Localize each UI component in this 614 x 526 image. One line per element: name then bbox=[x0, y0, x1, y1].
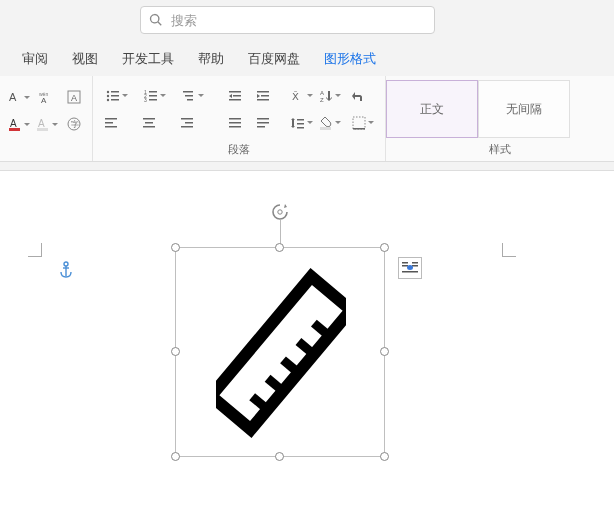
svg-text:A: A bbox=[9, 91, 17, 103]
line-spacing-button[interactable] bbox=[289, 111, 313, 135]
resize-handle-tl[interactable] bbox=[171, 243, 180, 252]
svg-rect-70 bbox=[402, 271, 418, 273]
svg-text:A: A bbox=[320, 90, 324, 96]
search-icon bbox=[149, 13, 163, 27]
tab-baidu[interactable]: 百度网盘 bbox=[236, 46, 312, 76]
svg-rect-27 bbox=[145, 122, 153, 124]
svg-rect-33 bbox=[185, 122, 193, 124]
svg-line-61 bbox=[252, 397, 267, 410]
svg-line-62 bbox=[268, 378, 283, 391]
svg-line-63 bbox=[283, 360, 298, 373]
svg-rect-49 bbox=[297, 123, 304, 125]
svg-rect-26 bbox=[143, 118, 155, 120]
font-color-button[interactable]: A bbox=[6, 112, 30, 136]
document-canvas[interactable] bbox=[0, 170, 614, 526]
sort-button[interactable]: AZ bbox=[317, 84, 341, 108]
svg-rect-53 bbox=[320, 127, 331, 130]
svg-rect-30 bbox=[185, 95, 193, 97]
numbering-button[interactable]: 123 bbox=[137, 84, 171, 108]
style-normal[interactable]: 正文 bbox=[386, 80, 478, 138]
show-marks-button[interactable] bbox=[345, 84, 369, 108]
rotation-handle[interactable] bbox=[270, 202, 290, 222]
svg-rect-29 bbox=[183, 91, 193, 93]
tab-review[interactable]: 审阅 bbox=[10, 46, 60, 76]
phonetic-guide-button[interactable]: wénA bbox=[34, 85, 58, 109]
svg-rect-42 bbox=[261, 95, 269, 97]
svg-rect-35 bbox=[229, 91, 241, 93]
enclosed-char-button[interactable]: 字 bbox=[62, 112, 86, 136]
highlight-button[interactable]: A bbox=[34, 112, 58, 136]
svg-rect-32 bbox=[181, 118, 193, 120]
distribute-button[interactable] bbox=[251, 111, 275, 135]
tab-developer[interactable]: 开发工具 bbox=[110, 46, 186, 76]
shading-button[interactable] bbox=[317, 111, 341, 135]
svg-line-64 bbox=[298, 342, 313, 355]
svg-rect-21 bbox=[149, 91, 157, 93]
char-border-button[interactable]: A bbox=[62, 85, 86, 109]
svg-rect-45 bbox=[257, 122, 269, 124]
svg-text:A: A bbox=[38, 118, 45, 129]
tab-bar: 审阅 视图 开发工具 帮助 百度网盘 图形格式 bbox=[0, 40, 614, 76]
resize-handle-tm[interactable] bbox=[275, 243, 284, 252]
search-bar bbox=[0, 0, 614, 40]
align-justify-button[interactable] bbox=[223, 111, 247, 135]
svg-rect-43 bbox=[257, 99, 269, 101]
ruler-shape[interactable] bbox=[216, 268, 346, 438]
decrease-indent-button[interactable] bbox=[223, 84, 247, 108]
svg-rect-55 bbox=[353, 128, 365, 130]
svg-rect-68 bbox=[412, 262, 418, 264]
svg-text:字: 字 bbox=[71, 120, 79, 129]
resize-handle-mr[interactable] bbox=[380, 347, 389, 356]
svg-rect-28 bbox=[143, 126, 155, 128]
bullets-button[interactable] bbox=[99, 84, 133, 108]
shape-selection-box[interactable] bbox=[175, 247, 385, 457]
align-left-button[interactable] bbox=[99, 111, 123, 135]
svg-text:3: 3 bbox=[144, 97, 147, 103]
svg-rect-18 bbox=[105, 122, 113, 124]
svg-point-59 bbox=[278, 210, 282, 214]
tab-help[interactable]: 帮助 bbox=[186, 46, 236, 76]
search-box[interactable] bbox=[140, 6, 435, 34]
svg-rect-25 bbox=[149, 99, 157, 101]
svg-rect-37 bbox=[229, 99, 241, 101]
paragraph-group: 123 X̂ bbox=[93, 76, 386, 161]
resize-handle-tr[interactable] bbox=[380, 243, 389, 252]
svg-point-13 bbox=[106, 94, 108, 96]
svg-rect-23 bbox=[149, 95, 157, 97]
svg-rect-36 bbox=[233, 95, 241, 97]
layout-options-button[interactable] bbox=[398, 257, 422, 279]
svg-rect-38 bbox=[229, 118, 241, 120]
resize-handle-br[interactable] bbox=[380, 452, 389, 461]
svg-rect-12 bbox=[111, 91, 119, 93]
asian-layout-button[interactable]: X̂ bbox=[289, 84, 313, 108]
borders-button[interactable] bbox=[345, 111, 379, 135]
resize-handle-ml[interactable] bbox=[171, 347, 180, 356]
svg-line-65 bbox=[314, 323, 329, 336]
increase-indent-button[interactable] bbox=[251, 84, 275, 108]
ribbon: A A wénA A A 字 123 bbox=[0, 76, 614, 162]
align-center-button[interactable] bbox=[137, 111, 161, 135]
resize-handle-bl[interactable] bbox=[171, 452, 180, 461]
multilevel-list-button[interactable] bbox=[175, 84, 209, 108]
resize-handle-bm[interactable] bbox=[275, 452, 284, 461]
svg-text:A: A bbox=[41, 96, 47, 105]
rotation-line bbox=[280, 220, 281, 244]
svg-rect-17 bbox=[105, 118, 117, 120]
font-size-button[interactable]: A bbox=[6, 85, 30, 109]
tab-view[interactable]: 视图 bbox=[60, 46, 110, 76]
tab-shape-format[interactable]: 图形格式 bbox=[312, 46, 388, 76]
paragraph-group-label: 段落 bbox=[99, 138, 379, 159]
svg-rect-54 bbox=[353, 117, 365, 129]
svg-rect-60 bbox=[216, 277, 346, 430]
anchor-icon bbox=[58, 261, 74, 279]
search-input[interactable] bbox=[171, 13, 426, 28]
svg-rect-31 bbox=[187, 99, 193, 101]
svg-rect-14 bbox=[111, 95, 119, 97]
style-nospace[interactable]: 无间隔 bbox=[478, 80, 570, 138]
svg-text:Z: Z bbox=[320, 97, 324, 103]
align-right-button[interactable] bbox=[175, 111, 199, 135]
svg-rect-50 bbox=[297, 127, 304, 129]
svg-rect-40 bbox=[229, 126, 241, 128]
svg-rect-39 bbox=[229, 122, 241, 124]
svg-rect-44 bbox=[257, 118, 269, 120]
